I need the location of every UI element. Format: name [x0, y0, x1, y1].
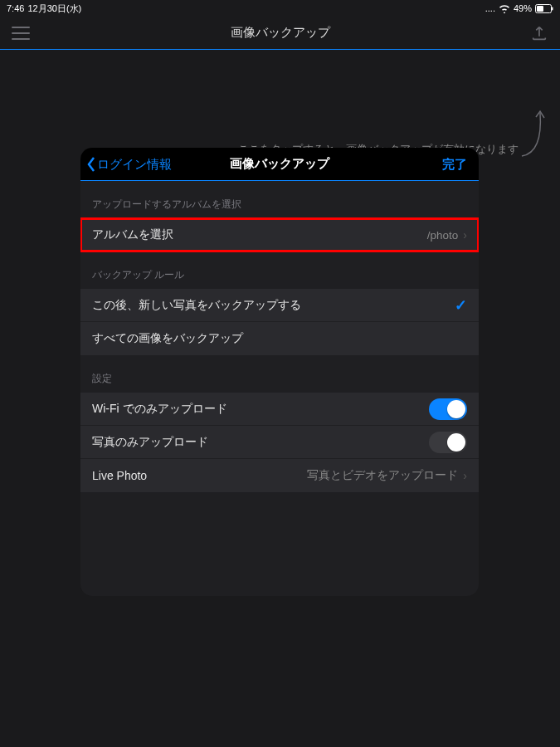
status-bar: 7:46 12月30日(水) .... 49%	[0, 0, 560, 17]
upload-icon[interactable]	[530, 24, 548, 42]
select-album-value: /photo	[427, 229, 459, 242]
done-button[interactable]: 完了	[442, 148, 467, 181]
rule-all-photos-row[interactable]: すべての画像をバックアップ	[80, 322, 479, 355]
photo-only-row: 写真のみアップロード	[80, 426, 479, 459]
section-header-settings: 設定	[80, 355, 479, 393]
svg-rect-1	[537, 6, 543, 12]
live-photo-row[interactable]: Live Photo 写真とビデオをアップロード ›	[80, 459, 479, 492]
hint-area: ここをタップすると、画像バックアップが有効になります	[0, 50, 560, 149]
check-icon: ✓	[455, 296, 467, 315]
chevron-right-icon: ›	[463, 469, 467, 482]
chevron-right-icon: ›	[463, 228, 467, 242]
back-button[interactable]: ログイン情報	[85, 148, 172, 181]
section-header-album: アップロードするアルバムを選択	[80, 181, 479, 218]
hint-arrow-icon	[520, 108, 545, 158]
wifi-only-toggle[interactable]	[429, 398, 467, 420]
wifi-only-label: Wi-Fi でのみアップロード	[92, 402, 227, 417]
wifi-only-row: Wi-Fi でのみアップロード	[80, 393, 479, 426]
section-header-rule: バックアップ ルール	[80, 251, 479, 289]
wifi-icon	[499, 4, 510, 13]
status-date: 12月30日(水)	[27, 2, 81, 15]
live-photo-label: Live Photo	[92, 469, 147, 482]
status-time: 7:46	[7, 3, 24, 13]
photo-only-toggle[interactable]	[429, 432, 467, 453]
modal-title: 画像バックアップ	[230, 156, 329, 172]
battery-icon	[535, 4, 553, 13]
back-label: ログイン情報	[97, 157, 172, 173]
photo-only-label: 写真のみアップロード	[92, 435, 208, 450]
rule-new-photos-row[interactable]: この後、新しい写真をバックアップする ✓	[80, 289, 479, 322]
live-photo-value: 写真とビデオをアップロード	[307, 468, 458, 483]
svg-rect-2	[552, 7, 553, 10]
select-album-row[interactable]: アルバムを選択 /photo ›	[80, 218, 479, 251]
hamburger-icon[interactable]	[12, 27, 30, 40]
rule-all-label: すべての画像をバックアップ	[92, 331, 243, 346]
cellular-dots-icon: ....	[485, 3, 495, 13]
select-album-label: アルバムを選択	[92, 227, 173, 242]
backup-settings-modal: ログイン情報 画像バックアップ 完了 アップロードするアルバムを選択 アルバムを…	[80, 148, 479, 596]
page-title: 画像バックアップ	[231, 25, 330, 41]
battery-percent: 49%	[514, 3, 532, 13]
modal-header: ログイン情報 画像バックアップ 完了	[80, 148, 479, 181]
nav-bar: 画像バックアップ	[0, 17, 560, 50]
rule-new-label: この後、新しい写真をバックアップする	[92, 298, 301, 313]
